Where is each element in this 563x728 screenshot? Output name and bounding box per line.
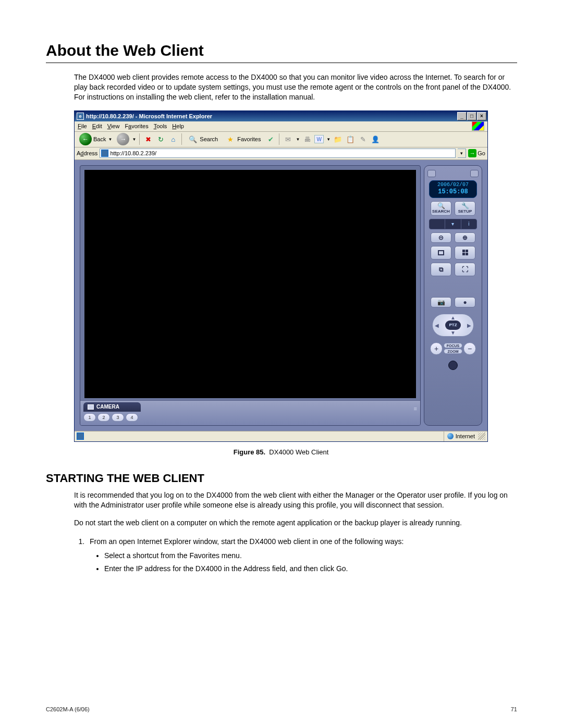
- stop-button[interactable]: ✖: [143, 134, 153, 144]
- warning-paragraph: Do not start the web client on a compute…: [74, 518, 517, 528]
- panel-close-button[interactable]: [470, 170, 479, 177]
- camera-icon: [88, 404, 94, 410]
- favorites-button[interactable]: ★ Favorites: [223, 133, 263, 145]
- bullet-2: Enter the IP address for the DX4000 in t…: [104, 563, 517, 574]
- go-label: Go: [478, 150, 485, 156]
- home-button[interactable]: ⌂: [168, 134, 178, 144]
- status-seg-2: ▾: [445, 219, 460, 229]
- snapshot-button[interactable]: 📷: [431, 297, 451, 307]
- ptz-down-icon[interactable]: ▼: [450, 330, 456, 336]
- mail-button[interactable]: ✉: [283, 134, 293, 144]
- status-seg-3: i: [461, 219, 476, 229]
- ptz-right-icon[interactable]: ▶: [467, 322, 471, 328]
- toolbar-separator: [279, 133, 279, 145]
- wrench-icon: 🔧: [461, 203, 469, 209]
- steps-list: From an open Internet Explorer window, s…: [87, 536, 517, 574]
- toolbar-separator: [181, 133, 182, 145]
- ie-statusbar: Internet: [75, 431, 487, 441]
- menu-help[interactable]: Help: [172, 123, 184, 129]
- status-display: ▾ i: [429, 219, 477, 229]
- connect-button[interactable]: ⊕: [455, 232, 475, 243]
- jog-dial[interactable]: [448, 361, 458, 370]
- go-button[interactable]: → Go: [468, 149, 485, 158]
- video-viewport: [84, 170, 416, 398]
- quad-view-button[interactable]: [455, 246, 475, 260]
- menu-view[interactable]: View: [107, 123, 120, 129]
- web-client-ui: CAMERA ≡ 1 2 3 4: [75, 160, 487, 431]
- security-zone: Internet: [444, 431, 478, 441]
- ptz-up-icon[interactable]: ▲: [450, 315, 456, 320]
- toolbar-separator: [139, 133, 140, 145]
- focus-zoom-plus-button[interactable]: +: [430, 342, 443, 355]
- maximize-button[interactable]: □: [467, 112, 476, 120]
- messenger-button[interactable]: 👤: [370, 134, 381, 144]
- camera-4-button[interactable]: 4: [126, 413, 138, 422]
- address-dropdown-icon[interactable]: ▾: [458, 149, 466, 158]
- search-button[interactable]: 🔍 SEARCH: [431, 201, 451, 216]
- ptz-left-icon[interactable]: ◀: [435, 322, 439, 328]
- zoom-label: ZOOM: [444, 349, 462, 354]
- camera-bar: CAMERA ≡ 1 2 3 4: [80, 400, 420, 425]
- timeline-handle-icon[interactable]: ≡: [414, 405, 417, 412]
- plug-icon: ⊕: [462, 235, 468, 241]
- forward-button[interactable]: →: [117, 133, 129, 145]
- step-1: From an open Internet Explorer window, s…: [87, 536, 517, 574]
- camera-2-button[interactable]: 2: [97, 413, 110, 422]
- step-1-bullets: Select a shortcut from the Favorites men…: [104, 550, 517, 574]
- record-icon: ●: [463, 299, 467, 305]
- back-arrow-icon: ←: [79, 133, 92, 145]
- edit-word-button[interactable]: W: [314, 135, 324, 143]
- camera-tab[interactable]: CAMERA: [83, 402, 141, 412]
- step-1-text: From an open Internet Explorer window, s…: [90, 537, 403, 546]
- clock-time: 15:05:08: [438, 188, 468, 195]
- search-label: SEARCH: [432, 209, 450, 214]
- camera-snap-icon: 📷: [437, 299, 445, 305]
- mail-dropdown-icon[interactable]: ▼: [296, 137, 300, 142]
- search-icon: 🔍: [188, 134, 198, 144]
- back-dropdown-icon[interactable]: ▼: [108, 137, 112, 142]
- video-area: CAMERA ≡ 1 2 3 4: [80, 165, 421, 426]
- history-button[interactable]: ✔: [265, 134, 276, 144]
- footer-docid: C2602M-A (6/06): [46, 706, 90, 712]
- menu-file[interactable]: File: [78, 123, 87, 129]
- menu-edit[interactable]: Edit: [92, 123, 102, 129]
- ptz-pad: ▲ ▼ ◀ ▶ PTZ: [431, 313, 475, 338]
- quad-grid-icon: [462, 250, 468, 255]
- minimize-button[interactable]: _: [457, 112, 467, 120]
- recommendation-paragraph: It is recommended that you log on to the…: [74, 490, 517, 510]
- research-button[interactable]: ✎: [358, 134, 368, 144]
- resize-grip-icon[interactable]: [478, 433, 485, 440]
- single-view-button[interactable]: [431, 246, 451, 260]
- go-arrow-icon: →: [468, 149, 476, 157]
- disconnect-button[interactable]: ⊝: [431, 232, 451, 243]
- camera-3-button[interactable]: 3: [112, 413, 124, 422]
- forward-dropdown-icon[interactable]: ▼: [132, 137, 136, 142]
- sequence-button[interactable]: ⧉: [431, 263, 451, 276]
- folder-button[interactable]: 📁: [333, 134, 343, 144]
- control-panel: 2006/02/07 15:05:08 🔍 SEARCH 🔧 SETUP ▾: [424, 165, 482, 426]
- menu-favorites[interactable]: Favorites: [125, 123, 148, 129]
- unplug-icon: ⊝: [438, 235, 444, 241]
- address-input[interactable]: http://10.80.2.239/: [100, 149, 456, 158]
- search-button[interactable]: 🔍 Search: [185, 133, 221, 145]
- back-button[interactable]: ← Back ▼: [77, 133, 115, 145]
- edit-dropdown-icon[interactable]: ▼: [326, 137, 331, 142]
- windows-logo-icon: [472, 121, 484, 131]
- setup-button[interactable]: 🔧 SETUP: [455, 201, 475, 216]
- record-button[interactable]: ●: [455, 297, 475, 307]
- refresh-button[interactable]: ↻: [155, 134, 166, 144]
- figure-85: e http://10.80.2.239/ - Microsoft Intern…: [74, 110, 488, 456]
- menu-tools[interactable]: Tools: [154, 123, 167, 129]
- discuss-button[interactable]: 📋: [345, 134, 356, 144]
- back-label: Back: [93, 136, 106, 142]
- fullscreen-button[interactable]: ⛶: [455, 263, 475, 276]
- print-button[interactable]: 🖶: [302, 134, 312, 144]
- close-button[interactable]: ×: [477, 112, 486, 120]
- internet-zone-icon: [447, 433, 454, 439]
- focus-zoom-minus-button[interactable]: −: [463, 342, 476, 355]
- ptz-dpad[interactable]: ▲ ▼ ◀ ▶ PTZ: [432, 314, 474, 337]
- page-title: About the Web Client: [46, 42, 517, 63]
- camera-1-button[interactable]: 1: [83, 413, 96, 422]
- collapse-button[interactable]: [427, 170, 436, 177]
- ie-menubar: File Edit View Favorites Tools Help: [75, 121, 487, 132]
